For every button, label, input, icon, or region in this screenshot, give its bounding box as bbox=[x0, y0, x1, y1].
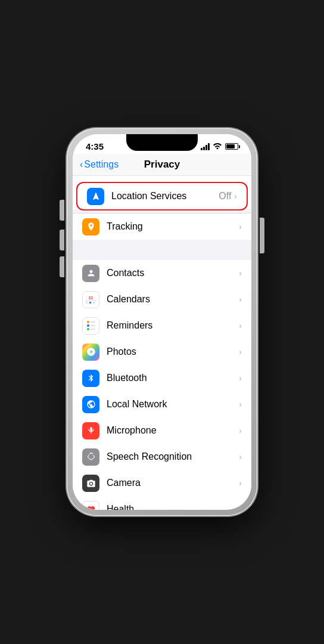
reminders-item[interactable]: Reminders › bbox=[73, 312, 251, 339]
camera-item[interactable]: Camera › bbox=[73, 470, 251, 496]
tracking-item[interactable]: Tracking › bbox=[73, 213, 251, 240]
speech-chevron: › bbox=[239, 452, 242, 462]
photos-chevron: › bbox=[239, 347, 242, 357]
status-time: 4:35 bbox=[86, 141, 104, 151]
signal-icon bbox=[201, 143, 210, 150]
location-icon bbox=[87, 188, 104, 205]
health-chevron: › bbox=[239, 504, 242, 510]
microphone-icon bbox=[82, 422, 99, 439]
location-services-highlight: Location Services Off › bbox=[77, 183, 247, 209]
speech-label: Speech Recognition bbox=[107, 451, 239, 462]
reminders-icon bbox=[82, 317, 99, 335]
calendars-icon: 31 bbox=[82, 291, 99, 308]
battery-icon bbox=[225, 143, 238, 150]
nav-bar: ‹ Settings Privacy bbox=[73, 154, 251, 176]
speech-item[interactable]: Speech Recognition › bbox=[73, 444, 251, 470]
reminders-chevron: › bbox=[239, 321, 242, 330]
health-label: Health bbox=[107, 504, 239, 510]
contacts-label: Contacts bbox=[107, 268, 239, 278]
location-services-label: Location Services bbox=[111, 191, 219, 202]
status-bar: 4:35 bbox=[73, 134, 251, 154]
content-area: Location Services Off › bbox=[73, 176, 251, 510]
photos-label: Photos bbox=[107, 346, 239, 357]
privacy-items-group: Contacts › 31 bbox=[73, 260, 251, 510]
health-icon bbox=[82, 501, 99, 510]
contacts-chevron: › bbox=[239, 268, 242, 278]
location-services-item[interactable]: Location Services Off › bbox=[77, 183, 247, 209]
microphone-label: Microphone bbox=[107, 425, 239, 436]
reminders-label: Reminders bbox=[107, 320, 239, 331]
tracking-chevron: › bbox=[239, 222, 242, 231]
bluetooth-icon bbox=[82, 370, 99, 387]
local-network-icon bbox=[82, 396, 99, 413]
wifi-icon bbox=[213, 142, 222, 151]
speech-icon bbox=[82, 448, 99, 466]
location-services-value: Off bbox=[219, 191, 231, 202]
tracking-icon bbox=[82, 218, 99, 236]
back-button[interactable]: ‹ Settings bbox=[80, 159, 119, 170]
photos-icon bbox=[82, 343, 99, 361]
bluetooth-label: Bluetooth bbox=[107, 373, 239, 383]
tracking-label: Tracking bbox=[107, 221, 239, 232]
calendars-chevron: › bbox=[239, 295, 242, 304]
bluetooth-item[interactable]: Bluetooth › bbox=[73, 365, 251, 391]
local-network-item[interactable]: Local Network › bbox=[73, 391, 251, 417]
section-divider-1 bbox=[73, 240, 251, 260]
bluetooth-chevron: › bbox=[239, 373, 242, 383]
notch bbox=[126, 134, 198, 151]
phone-frame: 4:35 bbox=[67, 128, 257, 516]
local-network-label: Local Network bbox=[107, 399, 239, 410]
page-title: Privacy bbox=[144, 159, 180, 171]
photos-item[interactable]: Photos › bbox=[73, 339, 251, 365]
screen-content: 4:35 bbox=[73, 134, 251, 510]
status-icons bbox=[201, 142, 238, 151]
contacts-item[interactable]: Contacts › bbox=[73, 260, 251, 286]
calendars-label: Calendars bbox=[107, 294, 239, 305]
camera-chevron: › bbox=[239, 478, 242, 488]
health-item[interactable]: Health › bbox=[73, 496, 251, 510]
microphone-item[interactable]: Microphone › bbox=[73, 417, 251, 444]
camera-icon bbox=[82, 475, 99, 492]
local-network-chevron: › bbox=[239, 400, 242, 409]
location-chevron: › bbox=[234, 191, 237, 201]
microphone-chevron: › bbox=[239, 426, 242, 435]
back-label: Settings bbox=[84, 159, 119, 170]
contacts-icon bbox=[82, 265, 99, 282]
camera-label: Camera bbox=[107, 478, 239, 488]
phone-screen: 4:35 bbox=[73, 134, 251, 510]
calendars-item[interactable]: 31 Calendars › bbox=[73, 286, 251, 312]
